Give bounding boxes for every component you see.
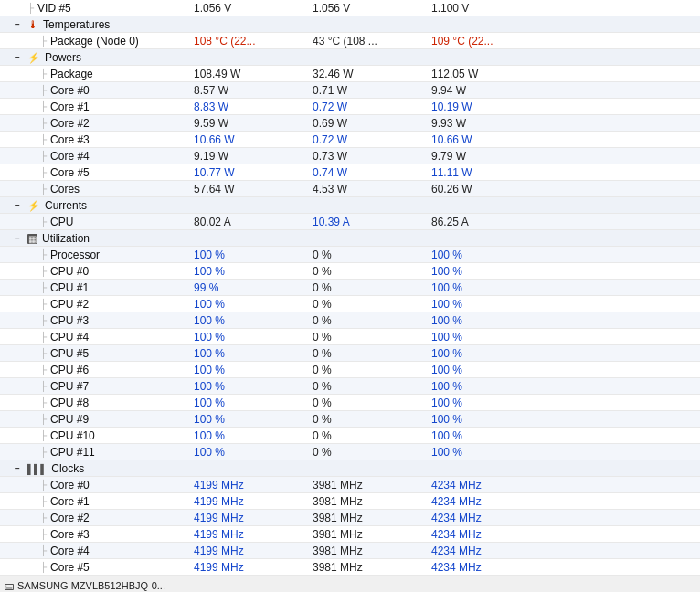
value-max: 60.26 W [431,183,550,196]
tree-line: ├ [40,217,47,227]
table-row[interactable]: ├ CPU #2100 %0 %100 % [0,296,700,312]
table-row[interactable]: ├ Cores57.64 W4.53 W60.26 W [0,181,700,197]
expand-icon[interactable]: − [15,52,24,62]
value-min: 0 % [313,314,431,327]
table-row[interactable]: ├ Core #29.59 W0.69 W9.93 W [0,115,700,132]
table-row[interactable]: ├ Core #310.66 W0.72 W10.66 W [0,132,700,148]
value-max: 100 % [431,446,550,459]
value-max: 100 % [431,364,550,376]
table-row[interactable]: ├ CPU #7100 %0 %100 % [0,378,700,395]
value-max: 11.11 W [431,166,550,179]
row-label: CPU #4 [50,331,89,344]
value-min: 3981 MHz [313,512,431,524]
row-label: Core #4 [50,150,90,163]
row-label: Core #3 [50,133,90,146]
table-row[interactable]: ├ Core #24199 MHz3981 MHz4234 MHz [0,510,700,526]
table-row[interactable]: ├ CPU #6100 %0 %100 % [0,362,700,378]
value-min: 0.71 W [313,84,431,97]
value-max: 9.94 W [431,84,550,97]
section-header[interactable]: −▌▌▌Clocks [0,460,700,477]
table-row[interactable]: ├ CPU #9100 %0 %100 % [0,411,700,428]
value-min: 3981 MHz [313,495,431,508]
table-row[interactable]: ├ Core #18.83 W0.72 W10.19 W [0,99,700,115]
row-label: CPU #2 [50,298,89,311]
section-label: Powers [45,51,81,64]
expand-icon[interactable]: − [15,19,24,29]
table-row[interactable]: ├ CPU #8100 %0 %100 % [0,395,700,411]
table-row[interactable]: ├ Core #08.57 W0.71 W9.94 W [0,82,700,99]
expand-icon[interactable]: − [15,200,24,210]
tree-line: ├ [40,545,47,555]
section-header[interactable]: −⚡Currents [0,197,700,214]
table-row[interactable]: ├ CPU #5100 %0 %100 % [0,345,700,362]
value-current: 108 °C (22... [194,35,313,48]
table-row[interactable]: ├ Core #510.77 W0.74 W11.11 W [0,164,700,181]
value-max: 4234 MHz [431,561,550,574]
table-row[interactable]: ├ Core #34199 MHz3981 MHz4234 MHz [0,526,700,543]
value-max: 4234 MHz [431,544,550,557]
value-current: 108.49 W [194,68,313,80]
section-header[interactable]: −⚡Powers [0,49,700,66]
table-row[interactable]: ├ CPU #0100 %0 %100 % [0,263,700,280]
row-label: CPU #9 [50,413,89,426]
value-current: 4199 MHz [194,561,313,574]
value-min: 3981 MHz [313,479,431,492]
value-current: 100 % [194,396,313,409]
table-row[interactable]: ├ Package108.49 W32.46 W112.05 W [0,66,700,82]
row-label: CPU #3 [50,314,89,327]
tree-line: ├ [40,249,47,259]
section-label: Clocks [51,462,84,475]
value-current: 100 % [194,331,313,344]
row-label: Core #0 [50,84,90,97]
table-row[interactable]: ├ VID #51.056 V1.056 V1.100 V [0,0,700,16]
table-row[interactable]: ├ Core #44199 MHz3981 MHz4234 MHz [0,543,700,559]
table-row[interactable]: ├ Core #54199 MHz3981 MHz4234 MHz [0,559,700,576]
table-row[interactable]: ├ Core #49.19 W0.73 W9.79 W [0,148,700,164]
value-min: 3981 MHz [313,528,431,541]
tree-container[interactable]: ├ VID #51.056 V1.056 V1.100 V−🌡Temperatu… [0,0,700,592]
value-min: 43 °C (108 ... [313,35,431,48]
section-label: Temperatures [43,18,110,31]
table-row[interactable]: ├ Package (Node 0)108 °C (22...43 °C (10… [0,33,700,49]
table-row[interactable]: ├ CPU #199 %0 %100 % [0,280,700,296]
table-row[interactable]: ├ Processor100 %0 %100 % [0,247,700,263]
tree-line: ├ [40,151,47,161]
section-header[interactable]: −▦Utilization [0,230,700,247]
row-label: Core #0 [50,479,90,492]
table-row[interactable]: ├ CPU #3100 %0 %100 % [0,312,700,329]
tree-line: ├ [40,414,47,424]
value-max: 1.100 V [431,2,550,15]
value-current: 10.66 W [194,133,313,146]
value-current: 100 % [194,298,313,311]
util-icon: ▦ [27,234,37,244]
row-label: CPU #5 [50,347,89,360]
table-row[interactable]: ├ CPU #4100 %0 %100 % [0,329,700,345]
value-min: 0.73 W [313,150,431,163]
tree-line: ├ [40,118,47,128]
table-row[interactable]: ├ Core #04199 MHz3981 MHz4234 MHz [0,477,700,493]
table-row[interactable]: ├ CPU #11100 %0 %100 % [0,444,700,460]
value-max: 100 % [431,265,550,278]
row-label: VID #5 [37,2,71,15]
tree-line: ├ [40,529,47,539]
table-row[interactable]: ├ CPU #10100 %0 %100 % [0,428,700,444]
row-label: Cores [50,183,80,196]
value-max: 9.79 W [431,150,550,163]
row-label: Core #4 [50,544,90,557]
value-max: 4234 MHz [431,479,550,492]
tree-line: ├ [40,184,47,194]
tree-line: ├ [40,381,47,391]
tree-line: ├ [40,36,47,46]
tree-line: ├ [40,496,47,506]
section-header[interactable]: −🌡Temperatures [0,16,700,33]
clock-icon: ▌▌▌ [27,464,47,474]
value-current: 4199 MHz [194,479,313,492]
value-max: 10.19 W [431,100,550,113]
value-max: 100 % [431,331,550,344]
expand-icon[interactable]: − [15,233,24,243]
value-current: 100 % [194,314,313,327]
expand-icon[interactable]: − [15,463,24,473]
value-max: 100 % [431,281,550,294]
table-row[interactable]: ├ Core #14199 MHz3981 MHz4234 MHz [0,493,700,510]
table-row[interactable]: ├ CPU80.02 A10.39 A86.25 A [0,214,700,230]
